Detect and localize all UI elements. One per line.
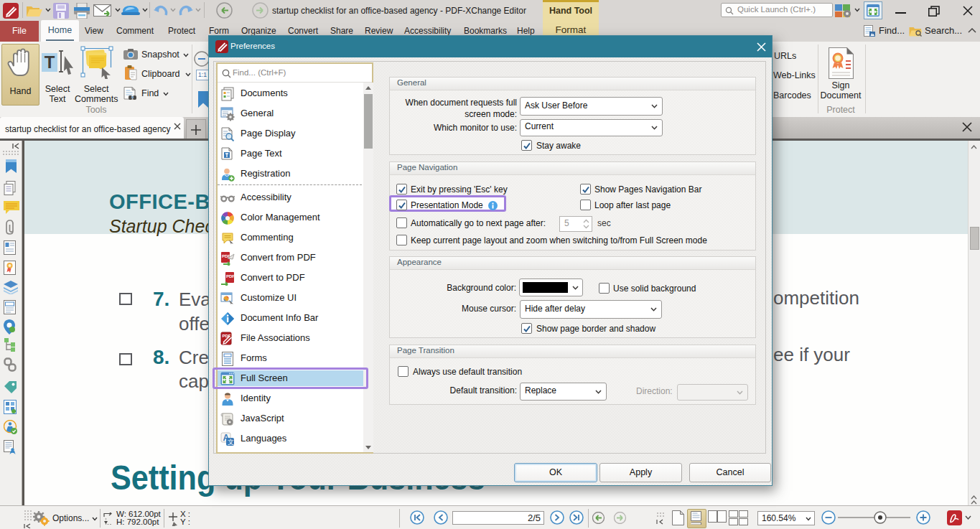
svg-text:PDF: PDF: [226, 274, 235, 278]
svg-text:文: 文: [228, 439, 234, 446]
